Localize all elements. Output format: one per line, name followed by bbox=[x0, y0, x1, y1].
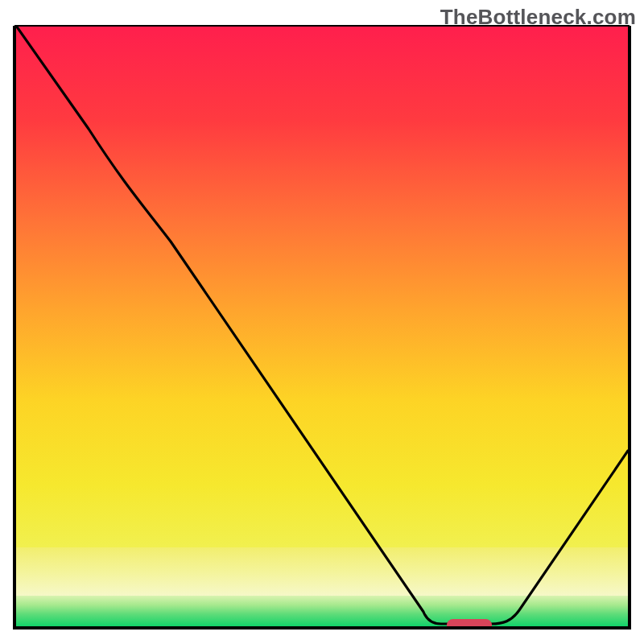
watermark-text: TheBottleneck.com bbox=[440, 5, 636, 30]
bottleneck-chart bbox=[0, 0, 644, 644]
band-yellow bbox=[16, 547, 628, 596]
band-green bbox=[16, 596, 628, 626]
gradient-background bbox=[16, 26, 628, 547]
chart-container: TheBottleneck.com bbox=[0, 0, 644, 644]
